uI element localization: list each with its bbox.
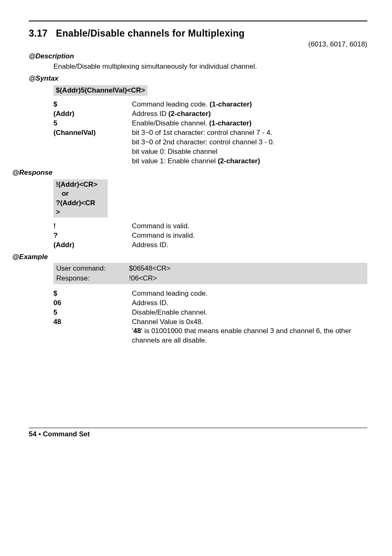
param-val: Address ID (2-character) (132, 109, 274, 119)
response-heading: @Response (12, 168, 367, 178)
param-key: (Addr) (53, 109, 132, 119)
param-val: Disable/Enable channel. (132, 308, 367, 317)
param-key: 5 (53, 308, 132, 317)
response-params-table: ! Command is valid. ? Command is invalid… (53, 222, 195, 250)
table-row: 06 Address ID. (53, 299, 367, 308)
table-row: (Addr) Address ID. (53, 241, 195, 250)
param-val: Command is valid. (132, 222, 195, 231)
table-row: 5 Disable/Enable channel. (53, 308, 367, 317)
param-val: Channel Value is 0x48. '48' is 01001000 … (132, 317, 367, 346)
section-number: 3.17 (29, 28, 48, 39)
table-row: $ Command leading code. (1-character) (53, 100, 274, 109)
table-row: Response: !06<CR> (56, 273, 171, 283)
table-row: 5 Enable/Disable channel. (1-character) (53, 119, 274, 128)
param-key: (ChannelVal) (53, 128, 132, 166)
table-row: ? Command is invalid. (53, 231, 195, 241)
table-row: $ Command leading code. (53, 289, 367, 299)
param-key: ? (53, 231, 132, 241)
table-row: User command: $06548<CR> (56, 264, 171, 273)
example-user-cmd-val: $06548<CR> (129, 264, 171, 273)
footer-bullet: • (39, 430, 41, 438)
response-box: !(Addr)<CR> or ?(Addr)<CR > (53, 179, 108, 217)
footer-page-number: 54 (29, 430, 37, 438)
example-response-label: Response: (56, 273, 129, 283)
param-key: ! (53, 222, 132, 231)
param-key: (Addr) (53, 241, 132, 250)
applies-to: (6013, 6017, 6018) (29, 40, 367, 49)
section-title: Enable/Disable channels for Multiplexing (56, 28, 244, 39)
example-heading: @Example (12, 253, 367, 262)
syntax-heading: @Syntax (29, 74, 367, 83)
param-val: Address ID. (132, 299, 367, 308)
syntax-params-table: $ Command leading code. (1-character) (A… (53, 100, 274, 166)
syntax-command-box: $(Addr)5(ChannelVal)<CR> (53, 85, 148, 96)
param-key: 5 (53, 119, 132, 128)
description-heading: @Description (29, 52, 367, 61)
example-box: User command: $06548<CR> Response: !06<C… (53, 263, 367, 284)
param-key: 06 (53, 299, 132, 308)
table-row: (ChannelVal) bit 3~0 of 1st character: c… (53, 128, 274, 166)
param-val: Command leading code. (1-character) (132, 100, 274, 109)
table-row: ! Command is valid. (53, 222, 195, 231)
param-key: $ (53, 100, 132, 109)
example-user-cmd-label: User command: (56, 264, 129, 273)
example-response-val: !06<CR> (129, 273, 171, 283)
example-params-table: $ Command leading code. 06 Address ID. 5… (53, 289, 367, 346)
table-row: (Addr) Address ID (2-character) (53, 109, 274, 119)
param-val: Command is invalid. (132, 231, 195, 241)
section-heading: 3.17 Enable/Disable channels for Multipl… (29, 27, 367, 40)
description-text: Enable/Disable multiplexing simultaneous… (53, 62, 367, 72)
param-val: bit 3~0 of 1st character: control channe… (132, 128, 274, 166)
footer-label: Command Set (43, 430, 90, 438)
page-footer: 54 • Command Set (29, 430, 367, 439)
top-horizontal-rule (29, 21, 367, 21)
param-val: Command leading code. (132, 289, 367, 299)
param-key: $ (53, 289, 132, 299)
footer-horizontal-rule (29, 428, 367, 428)
table-row: 48 Channel Value is 0x48. '48' is 010010… (53, 317, 367, 346)
param-val: Enable/Disable channel. (1-character) (132, 119, 274, 128)
param-key: 48 (53, 317, 132, 346)
param-val: Address ID. (132, 241, 195, 250)
